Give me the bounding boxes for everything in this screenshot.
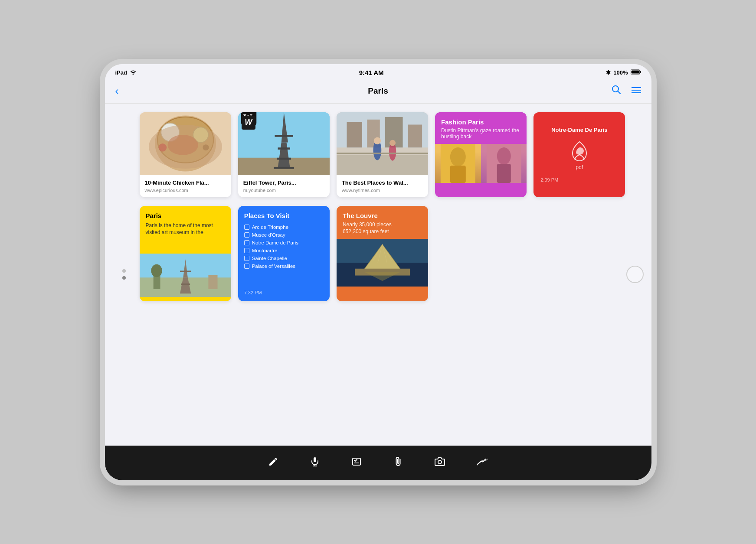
louvre-title: The Louvre [343, 212, 422, 219]
card-fashion-title: Fashion Paris [441, 118, 520, 126]
paris-note-title: Paris [146, 212, 225, 219]
paris-note-image [140, 254, 231, 297]
card-paris-note[interactable]: Paris Paris is the home of the most visi… [140, 206, 231, 301]
svg-rect-20 [275, 134, 293, 137]
svg-point-11 [161, 123, 179, 141]
place-label-1: Arc de Triomphe [252, 225, 288, 230]
paris-note-text: Paris Paris is the home of the most visi… [140, 206, 231, 254]
place-item-1: Arc de Triomphe [244, 225, 324, 230]
place-checkbox-3 [244, 240, 249, 245]
card-eiffel-body: Eiffel Tower, Paris... m.youtube.com [238, 175, 330, 197]
svg-rect-40 [450, 166, 466, 183]
louvre-text: The Louvre Nearly 35,000 pieces 652,300 … [337, 206, 428, 239]
search-button[interactable] [610, 83, 623, 98]
card-chicken-image [140, 112, 231, 175]
place-checkbox-6 [244, 264, 249, 269]
cards-row-2: Paris Paris is the home of the most visi… [140, 206, 625, 301]
svg-rect-52 [208, 275, 217, 289]
status-time: 9:41 AM [359, 69, 384, 76]
svg-rect-48 [180, 270, 190, 272]
card-places[interactable]: Places To Visit Arc de Triomphe Musee d'… [238, 206, 330, 301]
svg-rect-37 [337, 153, 428, 154]
card-chicken-body: 10-Minute Chicken Fla... www.epicurious.… [140, 175, 231, 197]
svg-rect-49 [181, 283, 190, 285]
svg-rect-2 [631, 71, 639, 74]
attachment-button[interactable] [390, 454, 406, 472]
back-button[interactable]: ‹ [114, 83, 121, 99]
place-item-4: Montmartre [244, 248, 324, 253]
place-checkbox-2 [244, 232, 249, 238]
card-chicken-url: www.epicurious.com [145, 188, 226, 193]
pdf-icon [568, 140, 591, 164]
louvre-line1: Nearly 35,000 pieces [343, 221, 422, 228]
louvre-image [337, 239, 428, 287]
svg-rect-21 [278, 147, 290, 150]
svg-point-15 [203, 144, 209, 150]
card-pdf-time: 2:09 PM [540, 177, 558, 182]
nav-right [610, 83, 643, 98]
places-title: Places To Visit [244, 212, 324, 219]
device-label: iPad [115, 69, 127, 76]
microphone-button[interactable] [307, 454, 323, 472]
card-chicken-title: 10-Minute Chicken Fla... [145, 179, 226, 186]
page-title: Paris [368, 86, 388, 96]
svg-rect-22 [277, 157, 291, 160]
markup-button[interactable] [474, 454, 491, 472]
svg-point-12 [193, 127, 208, 142]
card-fashion[interactable]: Fashion Paris Dustin Pittman's gaze roam… [435, 112, 527, 197]
status-left: iPad [115, 69, 137, 76]
card-paris-walk-url: www.nytimes.com [342, 188, 423, 193]
svg-rect-28 [347, 122, 362, 147]
fashion-image-2 [481, 144, 527, 183]
bluetooth-icon: ✱ [606, 69, 611, 76]
place-checkbox-4 [244, 248, 249, 253]
card-pdf-title: Notre-Dame De Paris [551, 127, 607, 133]
card-eiffel-url: m.youtube.com [243, 188, 324, 193]
scroll-dot-1 [122, 269, 126, 273]
svg-point-34 [374, 137, 381, 144]
card-chicken[interactable]: 10-Minute Chicken Fla... www.epicurious.… [140, 112, 231, 197]
card-louvre[interactable]: The Louvre Nearly 35,000 pieces 652,300 … [337, 206, 428, 301]
card-fashion-images [435, 144, 527, 183]
card-fashion-top: Fashion Paris Dustin Pittman's gaze roam… [435, 112, 527, 144]
cards-row-1: 10-Minute Chicken Fla... www.epicurious.… [140, 112, 625, 197]
side-scroll-button[interactable] [626, 266, 644, 283]
svg-rect-1 [640, 71, 641, 73]
place-label-4: Montmartre [252, 248, 278, 253]
card-paris-walk[interactable]: The Best Places to Wal... www.nytimes.co… [337, 112, 428, 197]
pencil-button[interactable] [265, 454, 281, 472]
checklist-button[interactable] [349, 454, 364, 472]
place-item-5: Sainte Chapelle [244, 256, 324, 261]
svg-point-36 [389, 140, 396, 146]
louvre-line2: 652,300 square feet [343, 228, 422, 235]
svg-point-68 [438, 460, 442, 464]
place-item-2: Musee d'Orsay [244, 232, 324, 238]
status-bar: iPad 9:41 AM ✱ 100% [105, 64, 651, 80]
svg-rect-43 [497, 164, 511, 183]
place-item-6: Palace of Versailles [244, 264, 324, 269]
pdf-extension-label: pdf [576, 164, 583, 170]
svg-rect-63 [314, 457, 316, 462]
card-eiffel-title: Eiffel Tower, Paris... [243, 179, 324, 186]
places-time: 7:32 PM [244, 287, 324, 295]
place-label-6: Palace of Versailles [252, 264, 295, 269]
svg-rect-32 [337, 155, 428, 175]
place-checkbox-5 [244, 256, 249, 261]
scroll-indicator [122, 269, 126, 280]
fashion-image-1 [435, 144, 481, 183]
place-label-2: Musee d'Orsay [252, 232, 285, 238]
menu-button[interactable] [630, 84, 643, 98]
card-pdf[interactable]: Notre-Dame De Paris pdf 2:09 PM [533, 112, 625, 197]
camera-button[interactable] [432, 454, 448, 472]
card-paris-walk-body: The Best Places to Wal... www.nytimes.co… [337, 175, 428, 197]
svg-point-13 [167, 134, 198, 155]
place-label-5: Sainte Chapelle [252, 256, 287, 261]
card-eiffel[interactable]: W Eiffel Tower, Paris... m.youtube.com [238, 112, 330, 197]
svg-rect-31 [408, 124, 422, 147]
scroll-dot-2 [122, 276, 126, 280]
svg-text:W: W [242, 112, 252, 123]
svg-point-14 [158, 143, 167, 151]
svg-point-51 [151, 264, 162, 277]
place-checkbox-1 [244, 225, 249, 230]
card-paris-walk-title: The Best Places to Wal... [342, 179, 423, 186]
